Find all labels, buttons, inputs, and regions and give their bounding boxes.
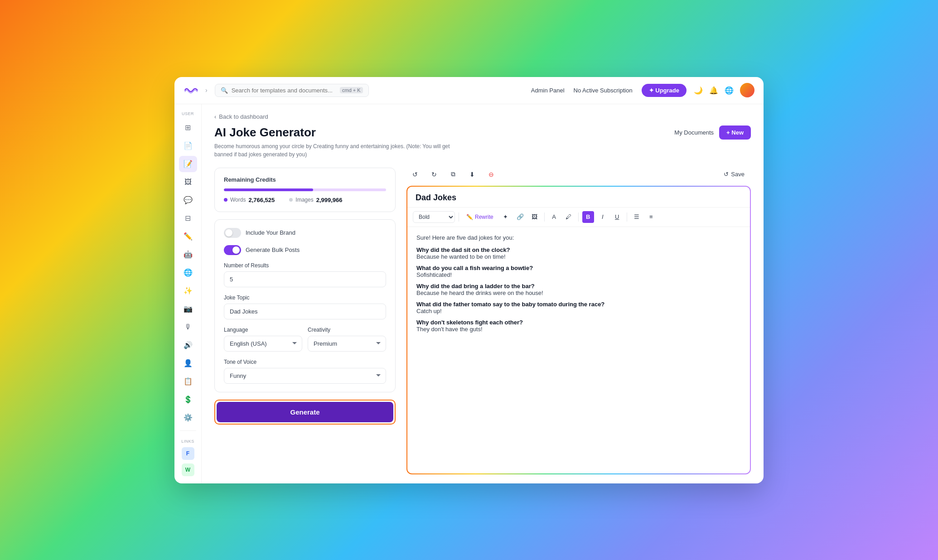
ordered-list-button[interactable]: ≡ (645, 211, 657, 223)
joke-answer-5: They don't have the guts! (416, 326, 523, 333)
sidebar-item-magic[interactable]: ✨ (179, 283, 197, 299)
joke-question-5: Why don't skeletons fight each other? (416, 319, 523, 326)
sidebar-item-image[interactable]: 🖼 (179, 174, 197, 190)
words-stat: Words 2,766,525 (224, 197, 275, 203)
topbar-nav: Admin Panel No Active Subscription ✦ Upg… (531, 84, 687, 97)
page-title: AI Joke Generator (214, 126, 468, 140)
creativity-select[interactable]: Premium Standard Creative (308, 336, 386, 352)
logo[interactable] (184, 86, 198, 95)
generate-bulk-toggle[interactable] (224, 245, 241, 255)
save-button[interactable]: ↺ Save (719, 169, 749, 180)
search-input[interactable] (232, 87, 336, 94)
editor-toolbar-top: ↺ ↻ ⧉ ⬇ ⊖ ↺ Save (406, 168, 751, 181)
sidebar-item-audio[interactable]: 🔊 (179, 337, 197, 353)
page-header: AI Joke Generator Become humorous among … (214, 126, 751, 159)
language-select[interactable]: English (USA) Spanish French (224, 336, 302, 352)
editor-intro: Sure! Here are five dad jokes for you: (416, 234, 741, 241)
text-color-button[interactable]: A (548, 211, 560, 223)
sidebar-item-table[interactable]: ⊟ (179, 210, 197, 227)
image-button[interactable]: 🖼 (529, 211, 541, 223)
joke-answer-2: Sofishticated! (416, 271, 533, 278)
page-header-actions: My Documents + New (674, 126, 751, 140)
joke-topic-input[interactable] (224, 304, 386, 319)
sidebar-link-w[interactable]: W (182, 463, 194, 476)
words-dot (224, 198, 227, 202)
credits-bar-track (224, 188, 386, 191)
rewrite-icon: ✏️ (466, 214, 473, 220)
dark-mode-icon[interactable]: 🌙 (694, 86, 703, 95)
editor-content[interactable]: Sure! Here are five dad jokes for you: W… (407, 227, 750, 473)
toggle-knob (225, 229, 232, 237)
include-brand-label: Include Your Brand (246, 229, 295, 236)
sidebar-item-robot[interactable]: 🤖 (179, 246, 197, 263)
left-panel: Remaining Credits Words 2,766,525 (214, 168, 396, 474)
joke-question-1: Why did the dad sit on the clock? (416, 246, 510, 253)
num-results-input[interactable] (224, 271, 386, 287)
undo-button[interactable]: ↺ (408, 168, 422, 181)
images-label: Images (295, 197, 313, 203)
italic-button[interactable]: I (597, 211, 609, 223)
bullet-list-button[interactable]: ☰ (631, 211, 643, 223)
sidebar-item-speech[interactable]: 🎙 (179, 319, 197, 335)
joke-topic-label: Joke Topic (224, 294, 386, 301)
generate-button[interactable]: Generate (217, 402, 393, 422)
generate-bulk-toggle-row: Generate Bulk Posts (224, 245, 386, 255)
format-divider-4 (627, 212, 627, 222)
creativity-label: Creativity (308, 327, 386, 333)
admin-panel-link[interactable]: Admin Panel (531, 87, 565, 94)
sidebar-item-person[interactable]: 👤 (179, 355, 197, 372)
sidebar-item-editor[interactable]: 📝 (179, 156, 197, 172)
sidebar-item-pen[interactable]: ✏️ (179, 228, 197, 245)
copy-button[interactable]: ⧉ (446, 168, 460, 181)
delete-button[interactable]: ⊖ (484, 168, 498, 181)
sidebar-link-f[interactable]: F (182, 447, 194, 460)
sidebar-item-globe[interactable]: 🌐 (179, 265, 197, 281)
form-card: Include Your Brand Generate Bulk Posts N… (214, 219, 396, 392)
joke-answer-3: Because he heard the drinks were on the … (416, 290, 543, 296)
search-icon: 🔍 (221, 87, 228, 94)
images-stat: Images 2,999,966 (289, 197, 342, 203)
include-brand-toggle[interactable] (224, 228, 241, 238)
credits-bar-fill (224, 188, 313, 191)
format-style-select[interactable]: Bold Normal Heading 1 (413, 211, 455, 223)
highlight-button[interactable]: 🖊 (563, 211, 575, 223)
sidebar-item-list[interactable]: 📋 (179, 373, 197, 390)
sidebar-item-settings[interactable]: ⚙️ (179, 410, 197, 426)
back-link[interactable]: ‹ Back to dashboard (214, 113, 751, 120)
globe-icon[interactable]: 🌐 (725, 86, 734, 95)
notifications-icon[interactable]: 🔔 (709, 86, 718, 95)
download-button[interactable]: ⬇ (465, 168, 479, 181)
rewrite-label: Rewrite (475, 214, 493, 220)
sidebar-item-photo[interactable]: 📷 (179, 301, 197, 317)
format-divider-1 (459, 212, 459, 222)
redo-button[interactable]: ↻ (427, 168, 441, 181)
tone-group: Tone of Voice Funny Serious Casual (224, 359, 386, 384)
underline-button[interactable]: U (611, 211, 623, 223)
search-bar[interactable]: 🔍 cmd + K (215, 84, 369, 97)
my-documents-link[interactable]: My Documents (674, 129, 714, 136)
editor-actions-left: ↺ ↻ ⧉ ⬇ ⊖ (408, 168, 498, 181)
joke-content-4: What did the father tomato say to the ba… (416, 301, 604, 314)
joke-question-3: Why did the dad bring a ladder to the ba… (416, 283, 543, 290)
joke-item-2: What do you call a fish wearing a bowtie… (416, 265, 741, 278)
upgrade-button[interactable]: ✦ Upgrade (642, 84, 687, 97)
sidebar-toggle[interactable]: › (205, 87, 208, 94)
sidebar-item-dashboard[interactable]: ⊞ (179, 120, 197, 136)
sidebar-item-dollar[interactable]: 💲 (179, 391, 197, 408)
link-button[interactable]: 🔗 (514, 211, 526, 223)
bold-button[interactable]: B (582, 211, 594, 223)
editor-doc-title: Dad Jokes (416, 193, 742, 203)
include-brand-toggle-row: Include Your Brand (224, 228, 386, 238)
tone-select[interactable]: Funny Serious Casual (224, 368, 386, 384)
new-button[interactable]: + New (719, 126, 751, 140)
ai-enhance-button[interactable]: ✦ (500, 211, 512, 223)
two-col-layout: Remaining Credits Words 2,766,525 (214, 168, 751, 474)
avatar[interactable] (740, 83, 754, 97)
sidebar-item-docs[interactable]: 📄 (179, 138, 197, 154)
editor-format-bar: Bold Normal Heading 1 ✏️ Rewrite ✦ 🔗 (407, 208, 750, 227)
lang-creativity-row: Language English (USA) Spanish French Cr… (224, 327, 386, 352)
images-dot (289, 198, 293, 202)
sidebar-item-chat[interactable]: 💬 (179, 192, 197, 208)
rewrite-button[interactable]: ✏️ Rewrite (463, 212, 497, 222)
save-label: Save (731, 171, 745, 178)
